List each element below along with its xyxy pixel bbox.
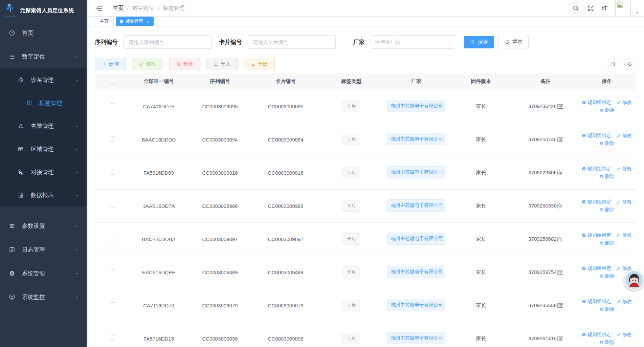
table-refresh-button[interactable] xyxy=(624,58,636,70)
row-delete-link[interactable]: 删除 xyxy=(599,107,615,113)
row-checkbox[interactable] xyxy=(110,269,115,274)
breadcrumb: 首页/数字定位/标签管理 xyxy=(113,5,185,12)
sidebar-item-docking-management[interactable]: 对接管理 xyxy=(0,160,87,183)
vendor-link[interactable]: 杭州中芯微电子有限公司 xyxy=(387,266,445,278)
row-checkbox[interactable] xyxy=(110,335,115,341)
row-checkbox[interactable] xyxy=(110,136,115,142)
refresh-icon xyxy=(505,40,510,45)
add-button-label: 新增 xyxy=(109,61,119,67)
row-checkbox[interactable] xyxy=(110,236,115,241)
import-button[interactable]: 导入 xyxy=(206,58,238,70)
sidebar-item-parameter-settings[interactable]: 参数设置 xyxy=(0,214,87,238)
row-edit-link[interactable]: 修改 xyxy=(617,232,632,238)
row-edit-link[interactable]: 修改 xyxy=(617,133,632,139)
serial-input[interactable] xyxy=(124,35,212,49)
app-logo: THE EXPLORIUM xyxy=(3,2,18,19)
tab-tag-management[interactable]: 标签管理 xyxy=(116,17,154,26)
table-row: FA5716DD15CC0003009098CC0003009098卡片杭州中芯… xyxy=(95,322,636,347)
row-edit-link[interactable]: 修改 xyxy=(617,332,632,338)
trash-icon xyxy=(599,141,604,146)
add-button[interactable]: 新增 xyxy=(95,58,126,70)
sidebar-item-digital-positioning[interactable]: 数字定位 xyxy=(0,45,87,68)
font-size-button[interactable]: tT xyxy=(602,5,607,11)
breadcrumb-separator: / xyxy=(158,5,159,11)
row-edit-link[interactable]: 修改 xyxy=(617,199,632,205)
chev-down-icon xyxy=(74,271,79,276)
row-edit-link[interactable]: 修改 xyxy=(617,265,632,272)
pencil-icon xyxy=(617,266,621,270)
row-delete-link[interactable]: 删除 xyxy=(599,140,615,147)
tab-close-icon[interactable] xyxy=(146,20,150,23)
sidebar-item-log-management[interactable]: 日志管理 xyxy=(0,238,87,261)
breadcrumb-item[interactable]: 数字定位 xyxy=(132,5,154,12)
row-delete-link[interactable]: 删除 xyxy=(599,207,615,213)
reset-button[interactable]: 重置 xyxy=(498,36,529,48)
rule-group-bind-link[interactable]: 规则组绑定 xyxy=(582,332,611,338)
card-input[interactable] xyxy=(248,35,336,49)
rule-group-bind-link[interactable]: 规则组绑定 xyxy=(582,265,611,272)
vendor-link[interactable]: 杭州中芯微电子有限公司 xyxy=(387,133,445,145)
edit-button[interactable]: 修改 xyxy=(132,58,163,70)
assistant-avatar-widget[interactable] xyxy=(624,270,644,290)
sidebar-item-label: 参数设置 xyxy=(22,222,45,230)
row-delete-link[interactable]: 删除 xyxy=(599,273,615,279)
edit-button-label: 修改 xyxy=(146,61,156,67)
chev-up-icon xyxy=(74,54,79,59)
sidebar-item-home[interactable]: 首页 xyxy=(0,21,87,45)
sidebar-item-alarm-management[interactable]: 告警管理 xyxy=(0,114,87,137)
export-button[interactable]: 导出 xyxy=(244,58,275,70)
sidebar-item-data-report[interactable]: 数据报表 xyxy=(0,183,87,207)
user-menu-caret-icon[interactable] xyxy=(635,10,639,14)
vendor-link[interactable]: 杭州中芯微电子有限公司 xyxy=(387,166,445,178)
sidebar-item-device-management[interactable]: 设备管理 xyxy=(0,68,87,91)
sidebar-item-tag-management[interactable]: 标签管理 xyxy=(0,91,87,114)
breadcrumb-item[interactable]: 首页 xyxy=(113,5,124,12)
rule-group-bind-link[interactable]: 规则组绑定 xyxy=(582,100,611,106)
row-checkbox[interactable] xyxy=(110,302,115,307)
row-edit-link[interactable]: 修改 xyxy=(617,166,632,172)
row-delete-link[interactable]: 删除 xyxy=(599,306,615,312)
vendor-link[interactable]: 杭州中芯微电子有限公司 xyxy=(387,100,445,112)
trash-icon xyxy=(599,307,604,311)
vendor-link[interactable]: 杭州中芯微电子有限公司 xyxy=(387,199,445,212)
user-avatar[interactable] xyxy=(615,0,631,16)
vendor-select[interactable]: 请选择厂家 xyxy=(371,35,455,49)
rule-group-bind-link[interactable]: 规则组绑定 xyxy=(582,232,611,238)
chev-down-icon xyxy=(74,147,79,151)
sidebar-item-area-management[interactable]: 区域管理 xyxy=(0,137,87,160)
table-row: CA7116DD70CC0003009079CC0003009079卡片杭州中芯… xyxy=(95,289,636,322)
row-delete-link[interactable]: 删除 xyxy=(599,240,615,246)
logo-glyph-icon xyxy=(4,2,16,15)
pencil-icon xyxy=(139,62,144,66)
delete-button[interactable]: 删除 xyxy=(169,58,200,70)
rule-group-bind-link[interactable]: 规则组绑定 xyxy=(582,299,611,305)
sidebar-item-system-monitor[interactable]: 系统监控 xyxy=(0,285,87,309)
sidebar-item-system-management[interactable]: 系统管理 xyxy=(0,261,87,285)
vendor-link[interactable]: 杭州中芯微电子有限公司 xyxy=(387,332,445,344)
row-edit-link[interactable]: 修改 xyxy=(617,100,632,106)
sidebar-item-label: 对接管理 xyxy=(31,168,54,176)
rule-group-bind-link[interactable]: 规则组绑定 xyxy=(582,133,611,139)
tab-home[interactable]: 首页 xyxy=(95,17,114,26)
reset-button-label: 重置 xyxy=(512,39,523,45)
vendor-link[interactable]: 杭州中芯微电子有限公司 xyxy=(387,233,445,245)
chev-up-icon xyxy=(74,78,79,82)
row-edit-link[interactable]: 修改 xyxy=(617,299,632,305)
row-delete-link[interactable]: 删除 xyxy=(599,174,615,180)
row-delete-link[interactable]: 删除 xyxy=(599,340,615,346)
row-checkbox[interactable] xyxy=(110,103,115,108)
row-checkbox[interactable] xyxy=(110,203,115,208)
trash-icon xyxy=(599,340,604,345)
sidebar-item-label: 系统管理 xyxy=(22,269,45,277)
table-search-toggle-button[interactable] xyxy=(607,58,619,70)
fullscreen-button[interactable] xyxy=(587,5,594,12)
header-search-button[interactable] xyxy=(572,5,579,12)
rule-group-bind-link[interactable]: 规则组绑定 xyxy=(582,166,611,172)
cell-remark: 3709258682|蓝 xyxy=(514,222,578,256)
select-all-checkbox[interactable] xyxy=(110,79,115,84)
search-button[interactable]: 搜索 xyxy=(464,36,494,48)
vendor-link[interactable]: 杭州中芯微电子有限公司 xyxy=(387,299,445,311)
row-checkbox[interactable] xyxy=(110,170,115,175)
rule-group-bind-link[interactable]: 规则组绑定 xyxy=(582,199,611,205)
sidebar-collapse-toggle[interactable] xyxy=(95,5,103,12)
